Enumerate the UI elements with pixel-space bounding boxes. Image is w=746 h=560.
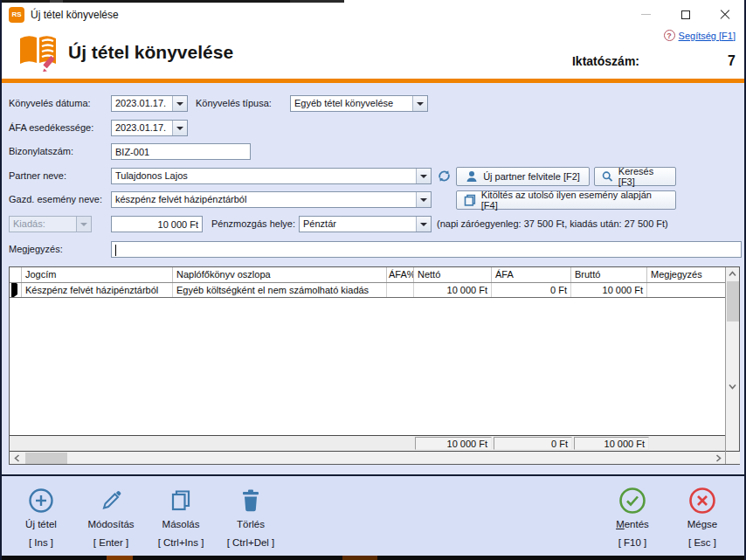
app-logo-icon: RS xyxy=(9,7,24,23)
registry-number-label: Iktatószám: xyxy=(572,54,639,68)
titlebar: RS Új tétel könyvelése xyxy=(2,3,744,26)
copy-button[interactable]: Másolás [ Ctrl+Ins ] xyxy=(146,476,216,556)
table-main: Jogcím Naplófőkönyv oszlopa ÁFA% Nettó Á… xyxy=(10,267,725,464)
row-selector-header xyxy=(10,267,22,282)
pencil-icon xyxy=(99,487,123,515)
table-row[interactable]: Készpénz felvét házipénztárból Egyéb köl… xyxy=(10,283,725,298)
horizontal-scroll-thumb[interactable] xyxy=(25,453,67,464)
col-header-afa[interactable]: ÁFA xyxy=(492,267,571,282)
comment-input[interactable] xyxy=(111,241,742,258)
chevron-down-icon[interactable] xyxy=(172,121,187,135)
total-afa: 0 Ft xyxy=(494,437,572,450)
chevron-down-icon[interactable] xyxy=(416,217,431,232)
fill-from-last-button[interactable]: Kitöltés az utolsó ilyen esemény alapján… xyxy=(456,190,676,210)
close-icon xyxy=(720,10,730,20)
cell-afa-pct xyxy=(387,283,414,297)
vat-due-label: ÁFA esedékessége: xyxy=(9,122,93,133)
scroll-up-icon[interactable] xyxy=(726,267,740,280)
cash-place-combo[interactable]: Pénztár xyxy=(299,216,432,232)
modify-button[interactable]: Módosítás [ Enter ] xyxy=(76,476,146,556)
minimize-button[interactable] xyxy=(626,3,666,26)
cell-jogcim: Készpénz felvét házipénztárból xyxy=(22,283,173,297)
vertical-scrollbar[interactable] xyxy=(725,267,739,464)
delete-button[interactable]: Törlés [ Ctrl+Del ] xyxy=(216,476,286,556)
refresh-icon[interactable] xyxy=(436,168,452,188)
booking-date-label: Könyvelés dátuma: xyxy=(9,98,91,108)
col-header-jogcim[interactable]: Jogcím xyxy=(22,267,173,282)
balance-note: (napi záróegyenleg: 37 500 Ft, kiadás ut… xyxy=(437,218,668,229)
chevron-down-icon[interactable] xyxy=(412,96,427,111)
vertical-scroll-thumb[interactable] xyxy=(727,281,739,321)
partner-name-label: Partner neve: xyxy=(9,170,66,181)
page-header: Új tétel könyvelése ? Segítség [F1] Ikta… xyxy=(2,26,744,79)
direction-combo[interactable]: Kiadás: xyxy=(9,216,92,232)
minimize-icon xyxy=(641,14,651,15)
table-header-row: Jogcím Naplófőkönyv oszlopa ÁFA% Nettó Á… xyxy=(10,267,725,283)
save-button[interactable]: Mentés [ F10 ] xyxy=(597,476,667,556)
check-circle-icon xyxy=(618,487,646,515)
amount-input[interactable] xyxy=(111,216,203,232)
total-brutto: 10 000 Ft xyxy=(574,437,649,450)
page-title: Új tétel könyvelése xyxy=(68,42,233,63)
registry-number-value: 7 xyxy=(728,53,736,69)
booking-type-combo[interactable]: Egyéb tétel könyvelése xyxy=(290,95,428,112)
form-panel: Könyvelés dátuma: 2023.01.17. Könyvelés … xyxy=(2,83,744,474)
trash-icon xyxy=(239,487,262,515)
dialog-window: RS Új tétel könyvelése Új tétel könyvelé… xyxy=(0,0,746,560)
text-caret xyxy=(115,245,116,256)
scroll-down-icon[interactable] xyxy=(726,380,740,393)
window-title: Új tétel könyvelése xyxy=(31,9,119,21)
chevron-down-icon[interactable] xyxy=(172,96,187,111)
entries-table: Jogcím Naplófőkönyv oszlopa ÁFA% Nettó Á… xyxy=(9,266,740,465)
copy-icon xyxy=(464,194,476,206)
person-icon xyxy=(466,170,478,183)
maximize-button[interactable] xyxy=(666,3,705,26)
new-item-button[interactable]: Új tétel [ Ins ] xyxy=(6,476,76,556)
background-window-remnant-bottom xyxy=(2,556,744,560)
search-icon xyxy=(602,170,613,183)
chevron-down-icon xyxy=(76,217,91,232)
scroll-right-icon[interactable] xyxy=(711,452,725,465)
row-selector-cell xyxy=(10,283,22,297)
horizontal-scrollbar[interactable] xyxy=(10,451,725,464)
document-number-input[interactable] xyxy=(111,143,251,160)
chevron-down-icon[interactable] xyxy=(416,192,431,207)
col-header-afa-pct[interactable]: ÁFA% xyxy=(387,267,414,282)
new-partner-button[interactable]: Új partner felvitele [F2] xyxy=(456,167,590,186)
col-header-megjegyzes[interactable]: Megjegyzés xyxy=(647,267,725,282)
bottom-toolbar: Új tétel [ Ins ] Módosítás [ Enter ] Más… xyxy=(2,474,744,556)
scroll-left-icon[interactable] xyxy=(10,452,24,465)
cell-naplofokonyv: Egyéb költségként el nem számolható kiad… xyxy=(173,283,387,297)
cell-brutto: 10 000 Ft xyxy=(571,283,647,297)
table-empty-area xyxy=(10,298,725,435)
vat-due-combo[interactable]: 2023.01.17. xyxy=(111,120,188,136)
event-name-label: Gazd. esemény neve: xyxy=(9,194,102,204)
cancel-button[interactable]: Mégse [ Esc ] xyxy=(667,476,737,556)
col-header-naplofokonyv[interactable]: Naplófőkönyv oszlopa xyxy=(173,267,387,282)
maximize-icon xyxy=(681,10,690,19)
col-header-brutto[interactable]: Bruttó xyxy=(571,267,647,282)
event-name-combo[interactable]: készpénz felvét házipénztárból xyxy=(111,191,432,208)
search-button[interactable]: Keresés [F3] xyxy=(594,167,676,186)
cell-afa: 0 Ft xyxy=(492,283,571,297)
plus-circle-icon xyxy=(28,487,54,515)
cell-netto: 10 000 Ft xyxy=(414,283,492,297)
current-row-marker-icon xyxy=(11,283,17,297)
table-totals-row: 10 000 Ft 0 Ft 10 000 Ft xyxy=(10,435,725,451)
close-button[interactable] xyxy=(705,3,744,26)
help-question-icon: ? xyxy=(664,30,675,41)
booking-date-combo[interactable]: 2023.01.17. xyxy=(111,95,188,112)
document-number-label: Bizonylatszám: xyxy=(9,146,73,156)
copy-icon xyxy=(169,487,193,515)
total-netto: 10 000 Ft xyxy=(415,437,492,450)
help-link[interactable]: ? Segítség [F1] xyxy=(664,30,736,41)
comment-label: Megjegyzés: xyxy=(9,244,63,254)
scrollbar-corner xyxy=(726,451,740,464)
chevron-down-icon[interactable] xyxy=(416,169,431,183)
cash-place-label: Pénzmozgás helye: xyxy=(211,218,295,229)
book-pencil-icon xyxy=(17,33,61,75)
cell-megjegyzes xyxy=(647,283,725,297)
col-header-netto[interactable]: Nettó xyxy=(414,267,492,282)
partner-name-combo[interactable]: Tulajdonos Lajos xyxy=(111,168,432,184)
x-circle-icon xyxy=(688,487,716,515)
